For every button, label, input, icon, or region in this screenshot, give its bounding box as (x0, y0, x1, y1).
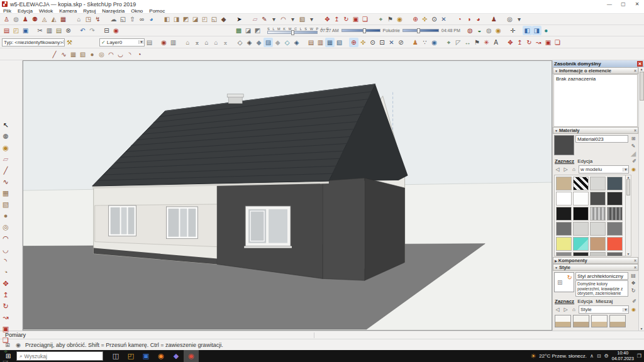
fog-color-icon[interactable]: ◒ (475, 26, 484, 35)
redo-icon[interactable]: ↷ (87, 26, 97, 35)
person-scale-icon[interactable]: ♙ (2, 14, 11, 24)
shadow-faces-icon[interactable]: ◩ (253, 26, 262, 35)
sandbox-flip-icon[interactable]: ◰ (200, 14, 209, 24)
position-camera-icon[interactable]: ♟ (489, 14, 499, 24)
pencil-dropdown-icon[interactable]: ▾ (269, 14, 279, 24)
close-button[interactable]: ✕ (630, 0, 644, 8)
three-point-arc-icon[interactable]: ◝ (125, 50, 135, 59)
material-swatch[interactable] (607, 177, 623, 190)
circle-tool-icon[interactable]: ● (87, 50, 97, 59)
rotate2-icon[interactable]: ↻ (525, 38, 534, 47)
fog-edit-icon[interactable]: ◉ (494, 26, 503, 35)
shadow-date-slider[interactable] (267, 31, 318, 34)
pan2-icon[interactable]: ✜ (358, 38, 368, 47)
component-nav3-icon[interactable]: ▦ (325, 38, 335, 47)
layer-manager-icon[interactable]: ▤ (145, 38, 154, 47)
freehand-icon[interactable]: ∿ (0, 176, 11, 187)
select-arrow-icon[interactable]: ➤ (235, 14, 244, 24)
menu-item[interactable]: Widok (36, 8, 56, 14)
protractor-icon[interactable]: ◸ (453, 38, 463, 47)
classification-type-combo[interactable]: Typ: <niezidentyfikowany> ▼ (2, 38, 65, 47)
pushpull-icon[interactable]: ↥ (332, 14, 341, 24)
style-details-icon[interactable]: ◉ (630, 306, 637, 313)
entity-info-header[interactable]: ▼ Informacje o elemencie × (553, 67, 638, 74)
weather-icon[interactable]: ☀ (530, 353, 536, 359)
section-close-icon[interactable]: × (634, 258, 636, 263)
model-info-icon[interactable]: ◉ (111, 26, 121, 35)
style-thumbnail[interactable] (573, 315, 589, 327)
move-tool-icon[interactable]: ✥ (0, 278, 11, 289)
shadow-time-slider-2[interactable] (402, 29, 439, 32)
style-monochrome-icon[interactable]: ◆ (273, 38, 282, 47)
view-two-point-icon[interactable]: ● (541, 26, 551, 35)
polygon-tool-icon[interactable]: ◎ (97, 50, 106, 59)
paste-icon[interactable]: ▤ (54, 26, 64, 35)
3d-text-icon[interactable]: A (491, 38, 501, 47)
weather-text[interactable]: 22°C Przew. słonecz. (539, 353, 587, 359)
terrain-scratch-icon[interactable]: ◭ (49, 14, 58, 24)
offset-icon[interactable]: ❏ (360, 14, 370, 24)
wing-front-wall[interactable] (323, 178, 365, 280)
view-back-house-icon[interactable]: ⌅ (221, 38, 230, 47)
task-view-icon[interactable]: ◫ (108, 350, 123, 362)
rotate-tool-icon[interactable]: ↻ (0, 300, 11, 312)
pushpull-tool-icon[interactable]: ↥ (0, 289, 11, 300)
rotated-rectangle-icon[interactable]: ▧ (0, 199, 11, 210)
secondary-pane-icon[interactable]: ◢ (631, 150, 636, 156)
material-swatch[interactable] (573, 222, 589, 236)
scroll-up-icon[interactable]: ▲ (640, 67, 643, 71)
sample-paint-icon[interactable]: ✐ (632, 158, 636, 164)
material-swatch[interactable] (573, 252, 589, 256)
styles-header[interactable]: ▼ Style × (553, 264, 638, 271)
orbit2-icon[interactable]: ⊕ (349, 38, 358, 47)
fog-display-icon[interactable]: ◍ (484, 26, 494, 35)
menu-item[interactable]: Edycja (14, 8, 36, 14)
followme-icon[interactable]: ↝ (534, 38, 543, 47)
view-top-house-icon[interactable]: ⌅ (192, 38, 202, 47)
scale2-icon[interactable]: ▣ (543, 38, 553, 47)
paint-details-icon[interactable]: ◉ (630, 166, 637, 173)
model-viewport[interactable] (23, 60, 552, 331)
chimney[interactable] (228, 97, 242, 104)
rotated-rectangle-tool-icon[interactable]: ▧ (78, 50, 87, 59)
material-swatch[interactable] (556, 177, 572, 190)
orbit-icon[interactable]: ⊕ (411, 14, 420, 24)
axes2-icon[interactable]: ✳ (482, 38, 491, 47)
menu-item[interactable]: Kamera (56, 8, 80, 14)
copy-icon[interactable]: ▥ (45, 26, 54, 35)
tab-zaznacz[interactable]: Zaznacz (555, 299, 574, 304)
material-swatch[interactable] (573, 207, 589, 221)
zoom-window-icon[interactable]: ⊡ (377, 38, 387, 47)
style-thumbnail[interactable] (591, 315, 608, 327)
component-box-icon[interactable]: ▦ (58, 14, 68, 24)
menu-item[interactable]: Rysuj (80, 8, 99, 14)
zoom-previous-icon[interactable]: ⊘ (396, 38, 406, 47)
signin-avatar-icon[interactable]: ◎ (505, 14, 514, 24)
rectangle-icon[interactable]: ▦ (0, 187, 11, 199)
person-component-icon[interactable]: ⚉ (30, 14, 40, 24)
share-model-icon[interactable]: ◱ (118, 14, 128, 24)
pushpull2-icon[interactable]: ↥ (515, 38, 525, 47)
scroll-down-icon[interactable]: ▼ (640, 327, 643, 331)
material-swatch[interactable] (556, 192, 572, 206)
eraser-tool-icon[interactable]: ▱ (0, 153, 11, 165)
offset2-icon[interactable]: ❏ (553, 38, 562, 47)
axes-icon[interactable]: ✛ (508, 26, 518, 35)
notification-icon[interactable]: ❐ (637, 353, 641, 359)
collapse-arrow-icon[interactable]: ▶ (555, 259, 557, 263)
forward-arrow-icon[interactable]: ▷ (562, 306, 569, 313)
text2-icon[interactable]: ⚑ (472, 38, 482, 47)
material-swatch[interactable] (556, 222, 572, 236)
warehouse-model-icon[interactable]: ◳ (84, 14, 93, 24)
move-icon[interactable]: ✥ (323, 14, 332, 24)
material-swatch[interactable] (607, 222, 623, 236)
section-plane-icon[interactable]: ◔ (455, 14, 464, 24)
view-front-house-icon[interactable]: ⌂ (202, 38, 211, 47)
look-around-icon[interactable]: ◉ (430, 38, 439, 47)
shape-dropdown-icon[interactable]: ▾ (307, 14, 316, 24)
back-arrow-icon[interactable]: ◁ (554, 166, 561, 173)
collapse-arrow-icon[interactable]: ▼ (555, 266, 558, 270)
shape-tool-icon[interactable]: ▧ (297, 14, 307, 24)
material-swatch[interactable] (607, 192, 623, 206)
component-nav2-icon[interactable]: ▥ (316, 38, 325, 47)
